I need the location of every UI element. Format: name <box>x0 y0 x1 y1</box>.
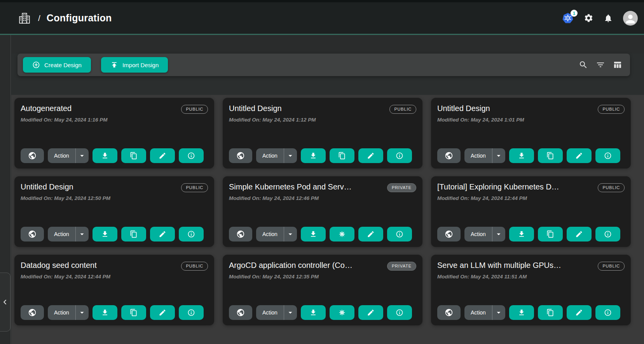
info-button[interactable] <box>595 148 620 163</box>
toolbar-right-icons <box>579 60 622 69</box>
download-icon <box>309 230 317 238</box>
edit-button[interactable] <box>567 305 592 320</box>
info-icon <box>604 152 612 160</box>
download-button[interactable] <box>92 227 117 241</box>
search-icon[interactable] <box>579 60 588 69</box>
visibility-badge: PUBLIC <box>598 105 625 114</box>
design-title: [Tutorial] Exploring Kubernetes D… <box>437 182 598 191</box>
download-button[interactable] <box>92 305 117 320</box>
globe-visibility-button[interactable] <box>229 227 252 241</box>
user-avatar[interactable] <box>623 11 638 26</box>
edit-button[interactable] <box>150 148 175 163</box>
edit-pencil-icon <box>575 309 583 316</box>
download-button[interactable] <box>92 148 117 163</box>
edit-button[interactable] <box>358 305 383 320</box>
info-button[interactable] <box>179 305 204 320</box>
plus-circle-icon <box>32 61 40 69</box>
filter-icon[interactable] <box>596 60 605 69</box>
download-button[interactable] <box>509 148 534 163</box>
action-caret-button[interactable] <box>284 305 297 320</box>
visibility-badge: PUBLIC <box>181 183 208 192</box>
visibility-badge: PUBLIC <box>598 262 625 271</box>
action-button-label[interactable]: Action <box>464 231 492 237</box>
action-caret-button[interactable] <box>75 305 89 320</box>
modified-date: Modified On: May 24, 2024 1:12 PM <box>229 117 416 123</box>
design-title: Untitled Design <box>21 182 181 191</box>
action-button-label[interactable]: Action <box>256 309 284 316</box>
action-split-button: Action <box>256 227 297 241</box>
action-caret-button[interactable] <box>492 148 505 163</box>
action-button-label[interactable]: Action <box>256 231 284 237</box>
modified-date: Modified On: May 24, 2024 1:01 PM <box>437 117 625 123</box>
import-design-button[interactable]: Import Design <box>101 57 168 73</box>
info-button[interactable] <box>387 305 412 320</box>
card-actions-row: Action <box>229 305 416 320</box>
action-caret-button[interactable] <box>75 148 89 163</box>
designs-toolbar: Create Design Import Design <box>17 54 630 76</box>
edit-button[interactable] <box>150 227 175 241</box>
action-caret-button[interactable] <box>75 227 89 241</box>
action-caret-button[interactable] <box>492 227 505 241</box>
action-split-button: Action <box>256 305 297 320</box>
download-button[interactable] <box>509 305 534 320</box>
globe-visibility-button[interactable] <box>21 305 44 320</box>
fourth-action-button[interactable] <box>538 148 563 163</box>
fourth-action-button[interactable] <box>330 227 354 241</box>
action-split-button: Action <box>464 305 505 320</box>
edit-pencil-icon <box>575 230 583 238</box>
info-button[interactable] <box>387 148 412 163</box>
notifications-bell-icon[interactable] <box>604 14 613 23</box>
fourth-action-button[interactable] <box>121 148 146 163</box>
fourth-action-button[interactable] <box>121 227 146 241</box>
fourth-action-button[interactable] <box>330 148 354 163</box>
edit-button[interactable] <box>567 227 592 241</box>
edit-button[interactable] <box>358 227 383 241</box>
info-button[interactable] <box>595 227 620 241</box>
globe-visibility-button[interactable] <box>21 148 44 163</box>
edit-button[interactable] <box>150 305 175 320</box>
main-content: Create Design Import Design <box>11 54 644 344</box>
globe-visibility-button[interactable] <box>229 148 252 163</box>
card-header: Serve an LLM with multiple GPUs… PUBLIC <box>437 261 625 271</box>
download-icon <box>101 309 109 316</box>
sidebar-collapse-tab[interactable] <box>0 273 10 332</box>
edit-button[interactable] <box>567 148 592 163</box>
action-button-label[interactable]: Action <box>48 231 75 237</box>
person-icon <box>624 12 637 26</box>
globe-visibility-button[interactable] <box>229 305 252 320</box>
kubernetes-icon[interactable]: 1 <box>562 12 574 24</box>
download-button[interactable] <box>301 148 326 163</box>
globe-visibility-button[interactable] <box>437 148 461 163</box>
fourth-action-button[interactable] <box>121 305 146 320</box>
globe-icon <box>445 151 453 160</box>
globe-visibility-button[interactable] <box>437 227 461 241</box>
edit-button[interactable] <box>358 148 383 163</box>
card-actions-row: Action <box>21 305 208 320</box>
download-button[interactable] <box>301 227 326 241</box>
fourth-action-button[interactable] <box>538 227 563 241</box>
fourth-action-button[interactable] <box>330 305 354 320</box>
info-button[interactable] <box>387 227 412 241</box>
action-caret-button[interactable] <box>492 305 505 320</box>
download-button[interactable] <box>509 227 534 241</box>
globe-visibility-button[interactable] <box>437 305 461 320</box>
fourth-action-button[interactable] <box>538 305 563 320</box>
download-button[interactable] <box>301 305 326 320</box>
action-button-label[interactable]: Action <box>464 153 492 159</box>
info-button[interactable] <box>179 148 204 163</box>
action-button-label[interactable]: Action <box>48 309 75 316</box>
action-button-label[interactable]: Action <box>464 309 492 316</box>
create-design-button[interactable]: Create Design <box>23 57 91 73</box>
action-button-label[interactable]: Action <box>48 153 75 159</box>
action-caret-button[interactable] <box>284 148 297 163</box>
download-icon <box>309 152 317 160</box>
globe-visibility-button[interactable] <box>21 227 44 241</box>
settings-gear-icon[interactable] <box>584 13 593 23</box>
info-button[interactable] <box>595 305 620 320</box>
action-caret-button[interactable] <box>284 227 297 241</box>
card-actions-row: Action <box>437 305 625 320</box>
edit-pencil-icon <box>367 152 375 160</box>
table-view-icon[interactable] <box>613 60 622 69</box>
info-button[interactable] <box>179 227 204 241</box>
action-button-label[interactable]: Action <box>256 153 284 159</box>
